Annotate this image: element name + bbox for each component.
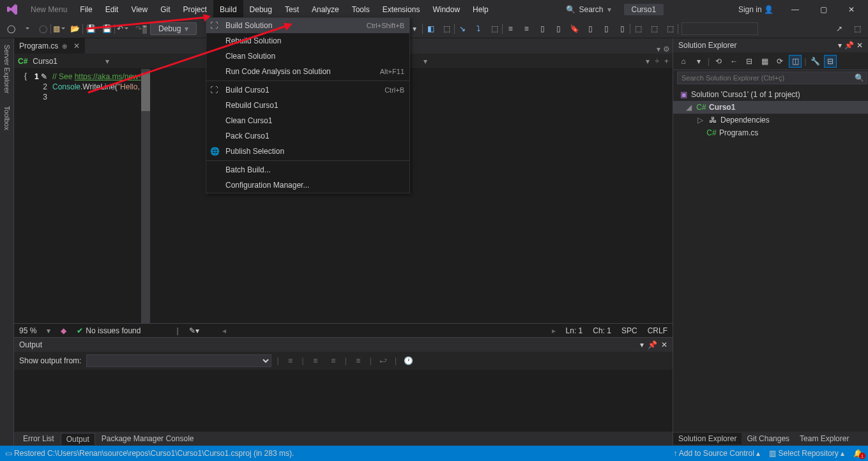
menu-test[interactable]: Test (278, 0, 305, 19)
tab-error-list[interactable]: Error List (18, 433, 59, 444)
save-all-icon[interactable]: 💾 (100, 22, 114, 36)
menuitem-configuration-manager-[interactable]: Configuration Manager... (206, 178, 409, 193)
out-d[interactable]: ≡ (352, 354, 365, 367)
menuitem-clean-solution[interactable]: Clean Solution (206, 49, 409, 64)
config-dropdown[interactable]: Debug ▾ (150, 22, 197, 35)
editor-scrollbar[interactable] (141, 69, 150, 323)
tb-h[interactable]: ▯ (583, 22, 597, 36)
menu-extensions[interactable]: Extensions (376, 0, 427, 19)
tab-dropdown-icon[interactable]: ▾ (657, 45, 660, 54)
zoom-level[interactable]: 95 % (19, 326, 36, 335)
menu-debug[interactable]: Debug (243, 0, 278, 19)
show-all-icon[interactable]: ▦ (758, 55, 771, 68)
tb-j[interactable]: ▯ (615, 22, 629, 36)
open-icon[interactable]: 📂 (68, 22, 82, 36)
home-icon[interactable]: ⌂ (677, 55, 690, 68)
add-source-control[interactable]: ↑ Add to Source Control ▴ (673, 449, 760, 458)
menu-help[interactable]: Help (466, 0, 495, 19)
menuitem-batch-build-[interactable]: Batch Build... (206, 162, 409, 178)
save-icon[interactable]: 💾 (84, 22, 98, 36)
uncomment-icon[interactable]: ▯ (551, 22, 565, 36)
pin-icon[interactable]: 📌 (648, 340, 657, 349)
tab-solution-explorer[interactable]: Solution Explorer (673, 433, 742, 444)
menu-build[interactable]: Build (213, 0, 243, 19)
nav-scope[interactable]: Curso1 (33, 57, 109, 66)
brush-icon[interactable]: ✎▾ (189, 326, 199, 335)
output-source-select[interactable] (86, 354, 271, 367)
startup-project[interactable]: Curso1 (624, 4, 664, 15)
menu-analyze[interactable]: Analyze (305, 0, 346, 19)
step-over-icon[interactable]: ⤵ (471, 22, 485, 36)
tab-pmc[interactable]: Package Manager Console (96, 433, 199, 444)
menuitem-build-solution[interactable]: ⛶Build SolutionCtrl+Shift+B (206, 18, 409, 33)
solution-search-input[interactable] (677, 72, 867, 84)
project-node[interactable]: ◢ C# Curso1 (673, 101, 868, 114)
tab-team-explorer[interactable]: Team Explorer (795, 433, 854, 444)
close-tab-icon[interactable]: ✕ (73, 42, 80, 50)
out-clock-icon[interactable]: 🕐 (402, 354, 415, 367)
menu-edit[interactable]: Edit (99, 0, 125, 19)
output-body[interactable] (14, 370, 673, 432)
liveshare-icon[interactable]: ⬚ (850, 22, 864, 36)
menu-project[interactable]: Project (177, 0, 213, 19)
preview-selected-icon[interactable]: ⊟ (824, 55, 837, 68)
solution-root[interactable]: ▣ Solution 'Curso1' (1 of 1 project) (673, 88, 868, 101)
pin-icon[interactable]: ⊕ (62, 43, 67, 50)
preview-icon[interactable]: ◫ (789, 55, 802, 68)
comment-icon[interactable]: ▯ (535, 22, 549, 36)
file-tab-program[interactable]: Program.cs ⊕ ✕ (14, 38, 85, 54)
tb-i[interactable]: ▯ (599, 22, 613, 36)
menuitem-pack-curso1[interactable]: Pack Curso1 (206, 128, 409, 144)
menuitem-clean-curso1[interactable]: Clean Curso1 (206, 113, 409, 128)
select-repository[interactable]: ▥ Select Repository ▴ (769, 449, 844, 458)
menu-file[interactable]: File (73, 0, 98, 19)
share-icon[interactable]: ↗ (832, 22, 846, 36)
notifications-icon[interactable]: 🔔1 (853, 449, 863, 458)
indent-less-icon[interactable]: ≡ (503, 22, 517, 36)
file-node-program[interactable]: C# Program.cs (673, 126, 868, 139)
indent-more-icon[interactable]: ≡ (519, 22, 533, 36)
find-box[interactable] (681, 22, 758, 35)
menuitem-build-curso1[interactable]: ⛶Build Curso1Ctrl+B (206, 82, 409, 98)
server-explorer-tab[interactable]: Server Explorer (3, 42, 11, 96)
menuitem-rebuild-solution[interactable]: Rebuild Solution (206, 33, 409, 49)
close-button[interactable]: ✕ (839, 0, 864, 19)
back-icon[interactable]: ← (727, 55, 740, 68)
nav-member[interactable] (432, 57, 650, 66)
menu-tools[interactable]: Tools (346, 0, 376, 19)
sync-icon[interactable]: ⟲ (712, 55, 725, 68)
out-c[interactable]: ≡ (327, 354, 340, 367)
refresh-icon[interactable]: ⟳ (773, 55, 786, 68)
minimize-button[interactable]: — (782, 0, 808, 19)
gear-icon[interactable]: ⚙ (663, 45, 670, 54)
bookmark-icon[interactable]: 🔖 (567, 22, 581, 36)
tb-k[interactable]: ⬚ (631, 22, 645, 36)
tab-git-changes[interactable]: Git Changes (742, 433, 795, 444)
out-a[interactable]: ≡ (284, 354, 297, 367)
tab-output[interactable]: Output (61, 433, 95, 445)
sign-in[interactable]: Sign in 👤 (732, 0, 780, 19)
nav-back-icon[interactable]: ◯ (4, 22, 18, 36)
menu-view[interactable]: View (125, 0, 154, 19)
menuitem-publish-selection[interactable]: 🌐Publish Selection (206, 144, 409, 159)
collapse-icon[interactable]: ⊟ (743, 55, 756, 68)
tb-m[interactable]: ⬚ (663, 22, 677, 36)
step-into-icon[interactable]: ↘ (455, 22, 469, 36)
undo-icon[interactable]: ↶ (116, 22, 130, 36)
menuitem-run-code-analysis-on-solution[interactable]: Run Code Analysis on SolutionAlt+F11 (206, 64, 409, 79)
menu-git[interactable]: Git (154, 0, 176, 19)
new-menu[interactable]: New Menu (24, 0, 73, 19)
nav-back-drop[interactable] (20, 22, 34, 36)
out-b[interactable]: ≡ (309, 354, 322, 367)
new-project-icon[interactable]: ▦ (52, 22, 66, 36)
close-icon[interactable]: ✕ (661, 340, 667, 349)
properties-icon[interactable]: 🔧 (809, 55, 821, 68)
switch-view-icon[interactable]: ▾ (692, 55, 705, 68)
redo-icon[interactable]: ↷ (132, 22, 146, 36)
menu-window[interactable]: Window (426, 0, 466, 19)
split-icon[interactable]: + (664, 57, 669, 66)
toolbox-tab[interactable]: Toolbox (3, 103, 11, 133)
dependencies-node[interactable]: ▷ 🖧 Dependencies (673, 114, 868, 126)
close-icon[interactable]: ✕ (857, 41, 863, 50)
tb-l[interactable]: ⬚ (647, 22, 661, 36)
